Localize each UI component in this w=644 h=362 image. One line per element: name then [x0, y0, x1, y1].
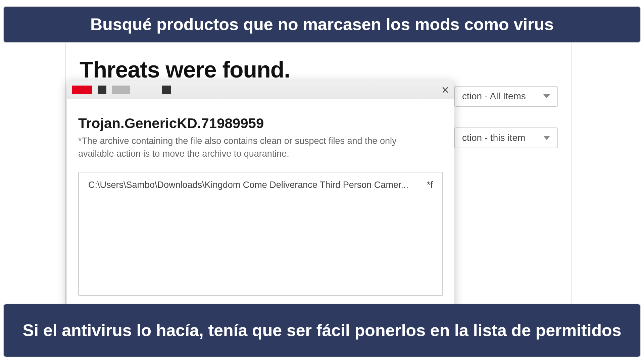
chevron-down-icon: [543, 136, 550, 140]
brand-square-dark-icon: [98, 86, 106, 94]
caption-banner-bottom: Si el antivirus lo hacía, tenía que ser …: [3, 304, 641, 357]
action-all-items-dropdown[interactable]: ction - All Items: [454, 86, 558, 107]
file-list-box: C:\Users\Sambo\Downloads\Kingdom Come De…: [78, 172, 443, 296]
threat-details-dialog: × Trojan.GenericKD.71989959 *The archive…: [67, 81, 454, 309]
dialog-titlebar[interactable]: ×: [67, 81, 454, 99]
file-flag: *f: [427, 180, 433, 288]
brand-square-red-icon: [72, 86, 92, 94]
caption-top-text: Busqué productos que no marcasen los mod…: [90, 15, 554, 34]
caption-banner-top: Busqué productos que no marcasen los mod…: [3, 6, 641, 43]
threat-note: *The archive containing the file also co…: [78, 135, 431, 160]
file-path: C:\Users\Sambo\Downloads\Kingdom Come De…: [88, 180, 408, 288]
action-this-item-dropdown[interactable]: ction - this item: [454, 127, 558, 148]
brand-square-dark-icon: [162, 86, 171, 94]
brand-square-grey-icon: [112, 86, 130, 94]
action-all-items-label: ction - All Items: [462, 91, 526, 102]
caption-bottom-text: Si el antivirus lo hacía, tenía que ser …: [23, 320, 622, 341]
chevron-down-icon: [543, 94, 550, 98]
dialog-body: Trojan.GenericKD.71989959 *The archive c…: [67, 99, 454, 306]
close-icon[interactable]: ×: [442, 84, 449, 96]
threats-heading: Threats were found.: [80, 56, 551, 83]
threat-name: Trojan.GenericKD.71989959: [78, 115, 443, 132]
action-this-item-label: ction - this item: [462, 133, 525, 143]
